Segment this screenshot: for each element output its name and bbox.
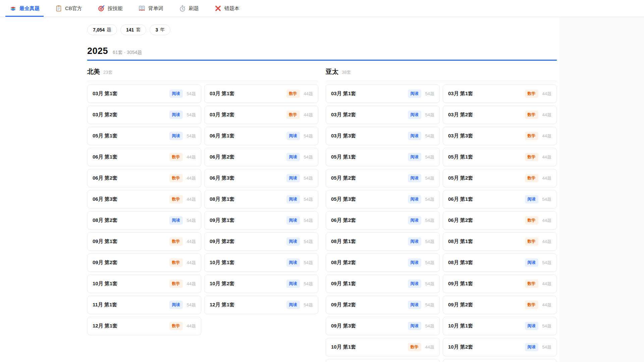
tab-label: 按技能 bbox=[108, 5, 123, 12]
exam-card[interactable]: 08月 第3套 阅读 54题 bbox=[443, 253, 557, 272]
exam-card[interactable]: 05月 第1套 数学 44题 bbox=[443, 148, 557, 166]
subject-badge: 数学 bbox=[525, 174, 538, 182]
exam-card[interactable]: 09月 第2套 阅读 54题 bbox=[326, 296, 440, 314]
tab-an-jineng[interactable]: 按技能 bbox=[94, 0, 127, 17]
region-section: 亚太 38套 03月 第1套 阅读 54题 03月 第2套 阅读 54题 03月… bbox=[326, 67, 557, 362]
exam-card[interactable]: 06月 第2套 阅读 54题 bbox=[326, 211, 440, 230]
question-count: 54题 bbox=[304, 260, 313, 266]
question-count: 44题 bbox=[542, 133, 551, 139]
exam-card[interactable]: 09月 第1套 阅读 54题 bbox=[204, 211, 318, 230]
exam-card[interactable]: 03月 第1套 阅读 54题 bbox=[87, 84, 201, 103]
subject-badge: 阅读 bbox=[286, 301, 300, 309]
exam-card[interactable]: 03月 第1套 阅读 54题 bbox=[326, 84, 440, 103]
year-summary: 61套 · 3054题 bbox=[113, 50, 142, 56]
exam-card[interactable]: 10月 第2套 阅读 54题 bbox=[443, 338, 557, 356]
exam-card[interactable]: 03月 第1套 数学 44题 bbox=[204, 84, 318, 103]
card-title: 03月 第3套 bbox=[331, 133, 408, 139]
exam-card[interactable]: 03月 第1套 数学 44题 bbox=[443, 84, 557, 103]
tab-zuiquan-zhenti[interactable]: 最全真题 bbox=[5, 0, 44, 17]
card-title: 06月 第2套 bbox=[448, 217, 525, 224]
exam-card[interactable]: 03月 第3套 阅读 54题 bbox=[326, 127, 440, 145]
subject-badge: 阅读 bbox=[286, 258, 300, 267]
question-count: 54题 bbox=[425, 239, 434, 245]
tab-bei-danci[interactable]: 背单词 bbox=[134, 0, 167, 17]
subject-badge: 数学 bbox=[525, 301, 538, 309]
exam-card[interactable]: 11月 第1套 阅读 54题 bbox=[87, 296, 201, 314]
exam-card[interactable]: 06月 第2套 数学 44题 bbox=[87, 169, 201, 187]
tab-cuotiben[interactable]: 错题本 bbox=[210, 0, 244, 17]
exam-card[interactable]: 09月 第2套 数学 44题 bbox=[443, 296, 557, 314]
exam-card[interactable]: 06月 第2套 数学 44题 bbox=[443, 211, 557, 230]
exam-card[interactable]: 09月 第2套 数学 44题 bbox=[87, 253, 201, 272]
card-title: 05月 第1套 bbox=[448, 154, 525, 160]
exam-card[interactable]: 06月 第1套 阅读 54题 bbox=[204, 127, 318, 145]
exam-card[interactable]: 05月 第1套 阅读 54题 bbox=[87, 127, 201, 145]
exam-card[interactable]: 12月 第1套 阅读 54题 bbox=[204, 296, 318, 314]
exam-card[interactable]: 10月 第1套 阅读 54题 bbox=[204, 253, 318, 272]
exam-card[interactable]: 03月 第2套 阅读 54题 bbox=[326, 106, 440, 124]
subject-badge: 数学 bbox=[286, 111, 300, 119]
clipboard-icon bbox=[55, 5, 62, 12]
exam-card[interactable]: 08月 第2套 阅读 54题 bbox=[87, 211, 201, 230]
subject-badge: 阅读 bbox=[525, 195, 538, 203]
exam-card[interactable]: 05月 第1套 阅读 54题 bbox=[326, 148, 440, 166]
exam-card[interactable]: 03月 第3套 数学 44题 bbox=[443, 127, 557, 145]
exam-card[interactable]: 09月 第2套 阅读 54题 bbox=[204, 232, 318, 251]
question-count: 44题 bbox=[187, 196, 196, 202]
stat-unit: 套 bbox=[136, 27, 141, 33]
exam-card[interactable]: 12月 第1套 数学 44题 bbox=[87, 317, 201, 335]
stat-value: 3 bbox=[155, 27, 158, 33]
exam-card[interactable]: 06月 第3套 阅读 54题 bbox=[204, 169, 318, 187]
exam-card[interactable]: 09月 第1套 数学 44题 bbox=[87, 232, 201, 251]
exam-card[interactable]: 03月 第2套 数学 44题 bbox=[204, 106, 318, 124]
exam-card[interactable]: 06月 第2套 阅读 54题 bbox=[204, 148, 318, 166]
exam-card[interactable]: 10月 第2套 阅读 54题 bbox=[204, 275, 318, 293]
subject-badge: 阅读 bbox=[286, 195, 300, 203]
exam-card[interactable]: 08月 第1套 数学 44题 bbox=[443, 232, 557, 251]
subject-badge: 阅读 bbox=[525, 322, 538, 330]
tab-shuati[interactable]: 刷题 bbox=[175, 0, 203, 17]
exam-card[interactable]: 05月 第3套 阅读 54题 bbox=[326, 190, 440, 208]
question-count: 54题 bbox=[187, 302, 196, 308]
exam-card[interactable] bbox=[443, 359, 557, 362]
exam-card[interactable]: 09月 第3套 阅读 54题 bbox=[326, 317, 440, 335]
question-count: 44题 bbox=[542, 91, 551, 97]
subject-badge: 数学 bbox=[169, 195, 183, 203]
subject-badge: 阅读 bbox=[169, 301, 183, 309]
subject-badge: 阅读 bbox=[525, 343, 538, 351]
exam-card[interactable]: 10月 第1套 阅读 54题 bbox=[443, 317, 557, 335]
subject-badge: 阅读 bbox=[169, 132, 183, 140]
subject-badge: 阅读 bbox=[169, 216, 183, 225]
exam-card[interactable]: 03月 第2套 数学 44题 bbox=[443, 106, 557, 124]
exam-card[interactable]: 10月 第1套 数学 44题 bbox=[326, 338, 440, 356]
exam-card[interactable]: 08月 第2套 阅读 54题 bbox=[326, 253, 440, 272]
exam-card[interactable]: 06月 第3套 数学 44题 bbox=[87, 190, 201, 208]
tab-cb-guanfang[interactable]: CB官方 bbox=[51, 0, 86, 17]
card-title: 11月 第1套 bbox=[93, 302, 169, 308]
question-count: 54题 bbox=[425, 91, 434, 97]
stat-pill: 3 年 bbox=[150, 24, 170, 35]
card-title: 03月 第2套 bbox=[331, 112, 408, 118]
subject-badge: 数学 bbox=[408, 343, 421, 351]
exam-card[interactable]: 10月 第1套 数学 44题 bbox=[87, 275, 201, 293]
exam-card[interactable] bbox=[326, 359, 440, 362]
exam-card[interactable]: 05月 第2套 阅读 54题 bbox=[326, 169, 440, 187]
exam-card[interactable]: 03月 第2套 阅读 54题 bbox=[87, 106, 201, 124]
card-title: 09月 第2套 bbox=[93, 259, 169, 266]
stopwatch-icon bbox=[179, 5, 186, 12]
exam-card[interactable]: 05月 第2套 数学 44题 bbox=[443, 169, 557, 187]
subject-badge: 数学 bbox=[169, 322, 183, 330]
question-count: 54题 bbox=[425, 154, 434, 160]
card-title: 03月 第3套 bbox=[448, 133, 525, 139]
question-count: 44题 bbox=[304, 91, 313, 97]
exam-card[interactable]: 08月 第1套 阅读 54题 bbox=[326, 232, 440, 251]
card-title: 09月 第2套 bbox=[448, 302, 525, 308]
exam-card[interactable]: 06月 第1套 数学 44题 bbox=[87, 148, 201, 166]
tab-label: 错题本 bbox=[224, 5, 239, 12]
exam-card[interactable]: 09月 第1套 数学 44题 bbox=[443, 275, 557, 293]
year-title: 2025 bbox=[87, 46, 108, 56]
exam-card[interactable]: 06月 第1套 阅读 54题 bbox=[443, 190, 557, 208]
exam-card[interactable]: 09月 第1套 阅读 54题 bbox=[326, 275, 440, 293]
top-nav: 最全真题 CB官方 按技能 背单词 刷题 错题本 bbox=[0, 0, 644, 17]
exam-card[interactable]: 08月 第1套 阅读 54题 bbox=[204, 190, 318, 208]
